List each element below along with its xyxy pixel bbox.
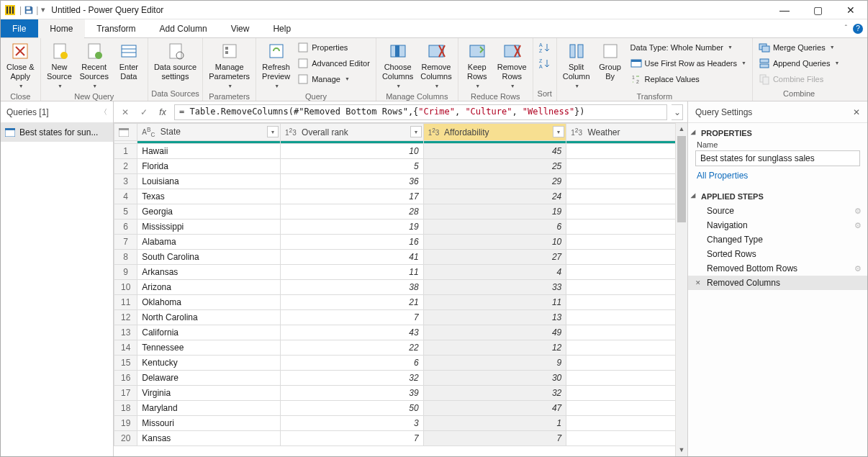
select-all-corner[interactable] [114, 124, 137, 141]
row-number[interactable]: 8 [114, 250, 137, 265]
cell[interactable]: 10 [280, 144, 423, 159]
table-row[interactable]: 4Texas17244 [114, 189, 688, 204]
row-number[interactable]: 19 [114, 416, 137, 431]
cell[interactable]: Hawaii [137, 144, 281, 159]
cell[interactable]: 33 [423, 280, 566, 295]
column-header-affordability[interactable]: 123 Affordability▾ [423, 124, 566, 141]
row-number[interactable]: 9 [114, 265, 137, 280]
table-row[interactable]: 14Tennessee221214 [114, 340, 688, 356]
gear-icon[interactable]: ⚙ [854, 207, 862, 216]
close-settings-icon[interactable]: ✕ [853, 107, 860, 117]
cell[interactable]: 49 [423, 325, 566, 340]
row-number[interactable]: 13 [114, 325, 137, 340]
cell[interactable]: 29 [423, 174, 566, 189]
commit-formula-icon[interactable]: ✓ [137, 105, 151, 119]
table-row[interactable]: 3Louisiana36293 [114, 174, 688, 189]
cell[interactable]: Oklahoma [137, 295, 281, 310]
cell[interactable]: 3 [280, 416, 423, 431]
cell[interactable]: 43 [280, 325, 423, 340]
remove-columns-button[interactable]: Remove Columns▼ [417, 40, 454, 92]
cell[interactable]: Mississippi [137, 220, 281, 235]
vertical-scrollbar[interactable]: ▲ ▼ [675, 123, 687, 456]
remove-rows-button[interactable]: Remove Rows▼ [494, 40, 530, 92]
close-button[interactable]: ✕ [834, 1, 867, 19]
tab-home[interactable]: Home [38, 19, 85, 37]
applied-steps-section[interactable]: APPLIED STEPS [688, 186, 867, 204]
cell[interactable]: 1 [423, 416, 566, 431]
cell[interactable]: 6 [280, 356, 423, 371]
cell[interactable]: 10 [423, 235, 566, 250]
table-row[interactable]: 12North Carolina71312 [114, 310, 688, 325]
applied-step[interactable]: Removed Columns [688, 276, 867, 290]
cell[interactable]: 12 [566, 310, 687, 325]
cell[interactable]: 7 [423, 431, 566, 446]
cell[interactable]: 28 [280, 204, 423, 220]
manage-button[interactable]: Manage▼ [294, 71, 373, 87]
table-row[interactable]: 1Hawaii10451 [114, 144, 688, 159]
close-apply-button[interactable]: Close & Apply▼ [4, 40, 37, 92]
enter-data-button[interactable]: Enter Data [113, 40, 145, 83]
cell[interactable]: Delaware [137, 371, 281, 386]
cancel-formula-icon[interactable]: ✕ [118, 105, 132, 119]
row-number[interactable]: 15 [114, 356, 137, 371]
table-row[interactable]: 8South Carolina41278 [114, 250, 688, 265]
cell[interactable]: 11 [423, 295, 566, 310]
formula-expand-icon[interactable]: ⌄ [672, 104, 683, 120]
filter-icon[interactable]: ▾ [267, 126, 279, 137]
replace-values-button[interactable]: 12Replace Values [628, 71, 749, 87]
minimize-button[interactable]: — [768, 1, 801, 19]
cell[interactable]: 19 [566, 416, 687, 431]
tab-add-column[interactable]: Add Column [148, 19, 220, 37]
scroll-down-icon[interactable]: ▼ [676, 444, 687, 456]
collapse-queries-icon[interactable]: 〈 [100, 107, 107, 117]
filter-icon[interactable]: ▾ [553, 126, 564, 137]
table-row[interactable]: 10Arizona383310 [114, 280, 688, 295]
maximize-button[interactable]: ▢ [801, 1, 834, 19]
row-number[interactable]: 6 [114, 220, 137, 235]
scroll-up-icon[interactable]: ▲ [676, 123, 687, 135]
applied-step[interactable]: Source⚙ [688, 204, 867, 218]
tab-transform[interactable]: Transform [85, 19, 148, 37]
cell[interactable]: 20 [566, 431, 687, 446]
cell[interactable]: 13 [566, 325, 687, 340]
cell[interactable]: 10 [566, 280, 687, 295]
filter-icon[interactable]: ▾ [410, 126, 422, 137]
cell[interactable]: 24 [423, 189, 566, 204]
cell[interactable]: 6 [423, 220, 566, 235]
row-number[interactable]: 1 [114, 144, 137, 159]
scroll-thumb[interactable] [677, 136, 686, 222]
row-number[interactable]: 3 [114, 174, 137, 189]
column-header-weather[interactable]: 123 Weather▾ [566, 124, 687, 141]
table-row[interactable]: 6Mississippi1966 [114, 220, 688, 235]
row-number[interactable]: 17 [114, 386, 137, 401]
cell[interactable]: 11 [566, 295, 687, 310]
tab-file[interactable]: File [1, 19, 38, 37]
properties-button[interactable]: Properties [294, 40, 373, 55]
applied-step[interactable]: Navigation⚙ [688, 218, 867, 232]
fx-icon[interactable]: fx [155, 105, 170, 119]
row-number[interactable]: 18 [114, 401, 137, 416]
table-row[interactable]: 5Georgia28195 [114, 204, 688, 220]
cell[interactable]: 27 [423, 250, 566, 265]
recent-sources-button[interactable]: Recent Sources▼ [77, 40, 112, 92]
cell[interactable]: 12 [423, 340, 566, 356]
cell[interactable]: 5 [280, 159, 423, 174]
cell[interactable]: 15 [566, 356, 687, 371]
tab-help[interactable]: Help [261, 19, 303, 37]
cell[interactable]: South Carolina [137, 250, 281, 265]
sort-asc-button[interactable]: AZ [536, 40, 553, 55]
refresh-preview-button[interactable]: Refresh Preview▼ [259, 40, 293, 92]
cell[interactable]: 13 [423, 310, 566, 325]
append-queries-button[interactable]: Append Queries▼ [756, 55, 842, 71]
cell[interactable]: 6 [566, 220, 687, 235]
cell[interactable]: Arkansas [137, 265, 281, 280]
table-row[interactable]: 13California434913 [114, 325, 688, 340]
cell[interactable]: 19 [423, 204, 566, 220]
column-header-overall-rank[interactable]: 123 Overall rank▾ [280, 124, 423, 141]
cell[interactable]: 50 [280, 401, 423, 416]
cell[interactable]: 11 [280, 265, 423, 280]
cell[interactable]: 9 [566, 265, 687, 280]
collapse-ribbon-icon[interactable]: ˆ [845, 24, 847, 32]
table-row[interactable]: 19Missouri3119 [114, 416, 688, 431]
gear-icon[interactable]: ⚙ [854, 221, 862, 230]
